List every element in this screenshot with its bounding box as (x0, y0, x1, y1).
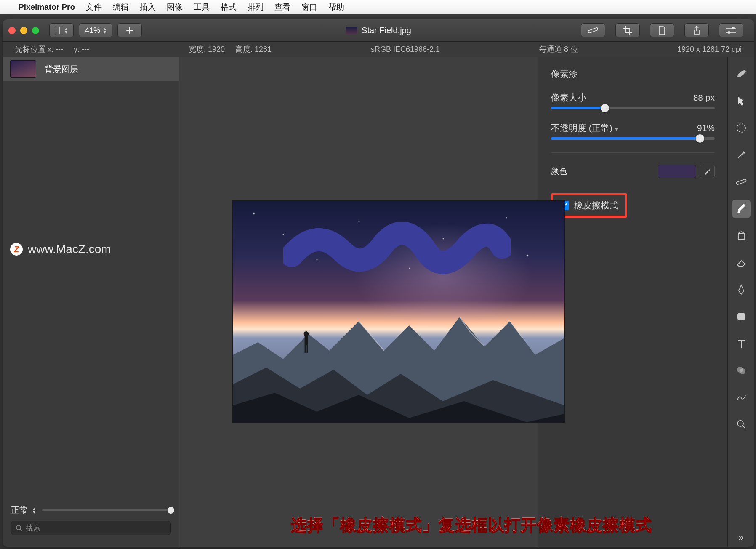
traffic-lights (8, 27, 39, 34)
select-tool[interactable] (732, 92, 751, 110)
svg-point-15 (740, 368, 745, 374)
svg-point-11 (737, 124, 745, 132)
more-icon: » (738, 532, 743, 543)
share-button[interactable] (684, 23, 709, 37)
eraser-mode-label: 橡皮擦模式 (574, 200, 618, 211)
fill-tool[interactable] (732, 227, 751, 245)
info-bar: 光标位置 x: --- y: --- 宽度: 1920 高度: 1281 sRG… (3, 41, 754, 57)
colorspace-value: sRGB IEC61966-2.1 (371, 45, 440, 54)
menu-arrange[interactable]: 排列 (248, 2, 264, 13)
watermark-text: www.MacZ.com (28, 243, 111, 256)
svg-rect-0 (56, 27, 62, 34)
layers-footer: 正常 ▴▾ 搜索 (3, 504, 179, 535)
svg-rect-10 (307, 345, 308, 353)
eyedropper-button[interactable] (700, 165, 715, 178)
close-window-button[interactable] (8, 27, 16, 34)
zoom-dropdown[interactable]: 41% ▴▾ (79, 23, 112, 37)
repair-tool-button[interactable] (581, 23, 605, 37)
annotation-caption: 选择「橡皮擦模式」复选框以打开像素橡皮擦模式 (291, 514, 652, 536)
arrow-icon (737, 96, 746, 107)
menu-help[interactable]: 帮助 (328, 2, 344, 13)
properties-panel: 像素漆 像素大小 88 px 不透明度 (正常) ▾ 91% 颜色 (538, 57, 727, 547)
paint-tool[interactable] (732, 200, 751, 218)
pixel-size-value: 88 px (693, 93, 715, 103)
height-value: 1281 (255, 45, 272, 53)
layer-search-input[interactable]: 搜索 (11, 521, 171, 535)
magic-wand-icon (736, 150, 746, 160)
brush-picker-tool[interactable] (732, 65, 751, 83)
app-name[interactable]: Pixelmator Pro (19, 3, 75, 12)
add-button[interactable] (117, 23, 142, 37)
layer-row[interactable]: 背景图层 (3, 57, 179, 81)
opacity-value: 91% (697, 123, 715, 133)
blend-mode-dropdown[interactable]: 正常 ▴▾ (11, 504, 35, 516)
cursor-x-label: 光标位置 x: (15, 45, 53, 53)
bandage-icon (588, 27, 599, 34)
document-title: Star Field.jpg (346, 26, 411, 35)
minimize-window-button[interactable] (20, 27, 27, 34)
opacity-slider[interactable] (551, 137, 715, 140)
color-swatch[interactable] (658, 165, 696, 178)
eraser-tool[interactable] (732, 253, 751, 272)
zoom-tool[interactable] (732, 415, 751, 434)
svg-point-7 (304, 331, 309, 336)
layers-panel: 背景图层 Z www.MacZ.com 正常 ▴▾ 搜索 (3, 57, 179, 547)
cursor-x-value: --- (56, 45, 63, 53)
color-icon (736, 366, 746, 375)
paint-stroke (283, 222, 511, 289)
search-placeholder: 搜索 (26, 523, 41, 533)
svg-line-17 (743, 426, 745, 428)
layer-name: 背景图层 (45, 64, 78, 75)
zoom-icon (737, 420, 746, 429)
sidebar-toggle-button[interactable]: ▴▾ (49, 23, 74, 37)
watermark: Z www.MacZ.com (10, 243, 111, 256)
menu-file[interactable]: 文件 (86, 2, 102, 13)
export-button[interactable] (650, 23, 674, 37)
svg-rect-2 (588, 27, 599, 33)
menu-tools[interactable]: 工具 (194, 2, 210, 13)
zoom-value: 41% (85, 26, 100, 35)
tools-panel: » (727, 57, 754, 547)
menu-edit[interactable]: 编辑 (113, 2, 129, 13)
shape-tool[interactable] (732, 307, 751, 326)
marquee-tool[interactable] (732, 119, 751, 137)
document-filename: Star Field.jpg (362, 26, 411, 35)
cursor-y-label: y: (74, 45, 80, 53)
app-window: ▴▾ 41% ▴▾ Star Field.jpg (3, 19, 754, 547)
magic-wand-tool[interactable] (732, 146, 751, 164)
adjust-button[interactable] (719, 23, 743, 37)
search-icon (16, 525, 22, 531)
menu-insert[interactable]: 插入 (140, 2, 156, 13)
text-icon (737, 339, 745, 348)
color-adjust-tool[interactable] (732, 361, 751, 380)
menu-window[interactable]: 窗口 (301, 2, 317, 13)
svg-rect-13 (737, 313, 745, 320)
pixel-size-slider[interactable] (551, 107, 715, 109)
layer-thumbnail (10, 60, 36, 78)
layer-opacity-slider[interactable] (42, 509, 171, 511)
opacity-label: 不透明度 (正常) (551, 123, 612, 133)
menu-view[interactable]: 查看 (274, 2, 290, 13)
blend-mode-value: 正常 (11, 504, 28, 516)
effects-tool[interactable] (732, 388, 751, 407)
svg-rect-9 (305, 345, 306, 353)
menu-image[interactable]: 图像 (167, 2, 183, 13)
repair-tool[interactable] (732, 173, 751, 191)
svg-rect-8 (305, 336, 308, 345)
fullscreen-window-button[interactable] (32, 27, 39, 34)
more-tools[interactable]: » (732, 528, 751, 547)
macos-menubar: Pixelmator Pro 文件 编辑 插入 图像 工具 格式 排列 查看 窗… (0, 0, 756, 14)
brush-picker-icon (736, 69, 747, 80)
canvas-image[interactable] (232, 200, 565, 423)
text-tool[interactable] (732, 334, 751, 353)
depth-value: 每通道 8 位 (539, 44, 578, 54)
crop-tool-button[interactable] (615, 23, 640, 37)
canvas-area[interactable]: 选择「橡皮擦模式」复选框以打开像素橡皮擦模式 (179, 57, 538, 547)
svg-point-3 (732, 27, 735, 29)
menu-format[interactable]: 格式 (221, 2, 237, 13)
shape-icon (737, 312, 746, 321)
pen-tool[interactable] (732, 280, 751, 299)
watermark-logo-icon: Z (10, 243, 23, 256)
chevron-down-icon[interactable]: ▾ (615, 125, 618, 132)
titlebar: ▴▾ 41% ▴▾ Star Field.jpg (3, 19, 754, 41)
